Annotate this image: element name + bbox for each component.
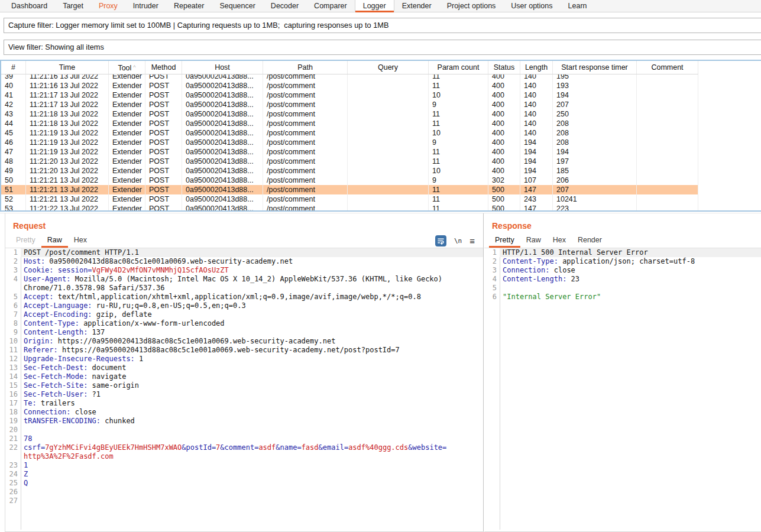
line-number: 7 — [5, 310, 21, 319]
column-header-length[interactable]: Length — [520, 61, 553, 74]
log-row-51[interactable]: 5111:21:21 13 Jul 2022ExtenderPOST0a9500… — [1, 185, 698, 194]
line-number: 9 — [5, 328, 21, 337]
cell — [637, 109, 698, 119]
cell: 147 — [520, 185, 553, 194]
menu-item-comparer[interactable]: Comparer — [306, 0, 355, 12]
column-header-time[interactable]: Time — [26, 61, 109, 74]
log-row-49[interactable]: 4911:21:20 13 Jul 2022ExtenderPOST0a9500… — [1, 166, 698, 176]
request-tab-raw[interactable]: Raw — [41, 233, 68, 248]
cell: Extender — [109, 176, 145, 185]
editor-line: 18Connection: close — [5, 408, 483, 417]
menu-item-user-options[interactable]: User options — [503, 0, 560, 12]
log-row-47[interactable]: 4711:21:19 13 Jul 2022ExtenderPOST0a9500… — [1, 147, 698, 157]
capture-filter-bar[interactable]: Capture filter: Logger memory limit set … — [4, 18, 761, 33]
cell — [348, 128, 429, 138]
cell — [637, 194, 698, 204]
cell: 0a9500020413d88... — [182, 119, 263, 128]
cell: Extender — [109, 128, 145, 138]
editor-line: 1HTTP/1.1 500 Internal Server Error — [484, 248, 761, 257]
editor-line: 20 — [5, 426, 483, 434]
cell: 250 — [553, 109, 637, 119]
menu-item-logger[interactable]: Logger — [355, 0, 394, 12]
request-editor[interactable]: 1POST /post/comment HTTP/1.12Host: 0a950… — [5, 248, 483, 530]
cell: /post/comment — [263, 194, 348, 204]
cell: 500 — [488, 204, 520, 212]
column-header-status[interactable]: Status — [488, 61, 520, 74]
cell: 147 — [520, 204, 553, 212]
response-tab-pretty[interactable]: Pretty — [489, 233, 520, 248]
log-row-42[interactable]: 4211:21:17 13 Jul 2022ExtenderPOST0a9500… — [1, 100, 698, 109]
request-tab-hex[interactable]: Hex — [68, 233, 93, 248]
editor-line: 2Host: 0a9500020413d88ac08c5c1e001a0069.… — [5, 257, 483, 266]
column-header-query[interactable]: Query — [348, 61, 429, 74]
cell: 50 — [1, 176, 26, 185]
editor-line: 231 — [5, 461, 483, 470]
line-number: 3 — [484, 266, 500, 275]
request-tab-row: PrettyRawHex \n ≡ — [5, 233, 483, 248]
menu-item-sequencer[interactable]: Sequencer — [212, 0, 263, 12]
word-wrap-icon — [436, 236, 445, 245]
column-header-num[interactable]: # — [1, 61, 26, 74]
editor-line: 26 — [5, 488, 483, 497]
log-row-46[interactable]: 4611:21:19 13 Jul 2022ExtenderPOST0a9500… — [1, 138, 698, 147]
cell: POST — [145, 204, 182, 212]
response-tab-render[interactable]: Render — [572, 233, 608, 248]
log-row-45[interactable]: 4511:21:19 13 Jul 2022ExtenderPOST0a9500… — [1, 128, 698, 138]
menu-item-decoder[interactable]: Decoder — [263, 0, 306, 12]
cell: 400 — [488, 109, 520, 119]
cell: 185 — [553, 166, 637, 176]
column-header-comment[interactable]: Comment — [637, 61, 698, 74]
line-number: 4 — [5, 275, 21, 293]
response-tab-hex[interactable]: Hex — [547, 233, 572, 248]
log-row-48[interactable]: 4811:21:20 13 Jul 2022ExtenderPOST0a9500… — [1, 157, 698, 166]
log-row-53[interactable]: 5311:21:22 13 Jul 2022ExtenderPOST0a9500… — [1, 204, 698, 212]
log-row-52[interactable]: 5211:21:21 13 Jul 2022ExtenderPOST0a9500… — [1, 194, 698, 204]
cell: 10 — [429, 90, 488, 100]
request-tab-pretty[interactable]: Pretty — [10, 233, 41, 248]
log-row-41[interactable]: 4111:21:17 13 Jul 2022ExtenderPOST0a9500… — [1, 90, 698, 100]
cell: 0a9500020413d88... — [182, 194, 263, 204]
cell: /post/comment — [263, 100, 348, 109]
cell: 11:21:19 13 Jul 2022 — [26, 147, 109, 157]
column-header-tool[interactable]: Tool^ — [109, 61, 145, 74]
menu-item-intruder[interactable]: Intruder — [125, 0, 166, 12]
cell: 0a9500020413d88... — [182, 128, 263, 138]
cell: 11:21:19 13 Jul 2022 — [26, 138, 109, 147]
cell: /post/comment — [263, 119, 348, 128]
menu-item-project-options[interactable]: Project options — [439, 0, 504, 12]
menu-item-repeater[interactable]: Repeater — [166, 0, 212, 12]
column-header-param-count[interactable]: Param count — [429, 61, 488, 74]
cell: 41 — [1, 90, 26, 100]
menu-item-dashboard[interactable]: Dashboard — [4, 0, 55, 12]
column-header-host[interactable]: Host — [182, 61, 263, 74]
word-wrap-button[interactable] — [435, 235, 446, 246]
menu-item-learn[interactable]: Learn — [561, 0, 595, 12]
cell: 0a9500020413d88... — [182, 157, 263, 166]
log-row-44[interactable]: 4411:21:18 13 Jul 2022ExtenderPOST0a9500… — [1, 119, 698, 128]
cell — [348, 100, 429, 109]
newline-icon[interactable]: \n — [454, 237, 462, 245]
log-row-50[interactable]: 5011:21:21 13 Jul 2022ExtenderPOST0a9500… — [1, 176, 698, 185]
line-number: 17 — [5, 399, 21, 408]
cell: /post/comment — [263, 147, 348, 157]
line-number: 27 — [5, 497, 21, 505]
column-header-method[interactable]: Method — [145, 61, 182, 74]
cell: 52 — [1, 194, 26, 204]
column-header-start-response-timer[interactable]: Start response timer — [553, 61, 637, 74]
response-tab-raw[interactable]: Raw — [520, 233, 547, 248]
cell: 11:21:17 13 Jul 2022 — [26, 100, 109, 109]
view-filter-bar[interactable]: View filter: Showing all items — [4, 40, 761, 55]
cell: 11 — [429, 119, 488, 128]
editor-menu-icon[interactable]: ≡ — [469, 235, 475, 246]
menu-item-proxy[interactable]: Proxy — [91, 0, 125, 12]
cell: 194 — [553, 147, 637, 157]
response-editor[interactable]: 1HTTP/1.1 500 Internal Server Error2Cont… — [484, 248, 761, 530]
cell — [637, 138, 698, 147]
line-number: 26 — [5, 488, 21, 497]
log-row-43[interactable]: 4311:21:18 13 Jul 2022ExtenderPOST0a9500… — [1, 109, 698, 119]
cell: 500 — [488, 194, 520, 204]
log-row-40[interactable]: 4011:21:16 13 Jul 2022ExtenderPOST0a9500… — [1, 81, 698, 90]
menu-item-target[interactable]: Target — [55, 0, 91, 12]
menu-item-extender[interactable]: Extender — [394, 0, 439, 12]
column-header-path[interactable]: Path — [263, 61, 348, 74]
